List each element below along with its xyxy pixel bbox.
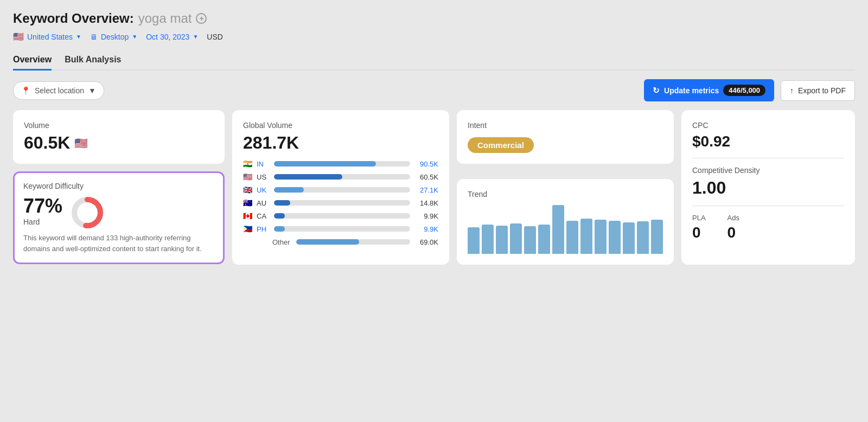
bar-fill-uk bbox=[274, 187, 304, 193]
country-filter[interactable]: 🇺🇸 United States ▼ bbox=[13, 31, 81, 42]
trend-bar-5 bbox=[524, 226, 536, 254]
density-value: 1.00 bbox=[692, 178, 844, 198]
other-label: Other bbox=[272, 238, 292, 246]
bar-track-au bbox=[274, 200, 410, 206]
trend-bar-10 bbox=[595, 220, 607, 254]
bar-row-us: 🇺🇸 US 60.5K bbox=[243, 172, 438, 181]
val-in: 90.5K bbox=[414, 160, 438, 168]
select-location-button[interactable]: 📍 Select location ▼ bbox=[13, 81, 104, 100]
trend-bar-12 bbox=[623, 222, 635, 254]
flag-uk: 🇬🇧 bbox=[243, 186, 252, 194]
bar-row-other: 🏳 Other 69.0K bbox=[243, 238, 438, 246]
donut-svg bbox=[70, 195, 105, 230]
volume-flag: 🇺🇸 bbox=[74, 137, 88, 150]
density-label: Competitive Density bbox=[692, 166, 844, 175]
global-volume-value: 281.7K bbox=[243, 133, 438, 153]
bar-track-in bbox=[274, 161, 410, 167]
kd-donut-chart bbox=[70, 195, 105, 230]
country-chevron-icon: ▼ bbox=[76, 34, 81, 40]
flag-ca: 🇨🇦 bbox=[243, 212, 252, 220]
bar-fill-other bbox=[296, 239, 359, 245]
global-volume-bars: 🇮🇳 IN 90.5K 🇺🇸 US 60.5K 🇬🇧 UK bbox=[243, 159, 438, 246]
page-title: Keyword Overview: yoga mat + bbox=[13, 11, 855, 26]
update-metrics-label: Update metrics bbox=[664, 86, 719, 95]
metrics-count-badge: 446/5,000 bbox=[723, 85, 765, 96]
filter-bar: 🇺🇸 United States ▼ 🖥 Desktop ▼ Oct 30, 2… bbox=[13, 31, 855, 42]
val-us: 60.5K bbox=[414, 173, 438, 181]
select-location-chevron-icon: ▼ bbox=[88, 86, 96, 95]
trend-bar-7 bbox=[552, 205, 564, 254]
pla-ads-row: PLA 0 Ads 0 bbox=[692, 214, 844, 241]
keyword-text: yoga mat bbox=[138, 11, 192, 26]
toolbar-right: ↻ Update metrics 446/5,000 ↑ Export to P… bbox=[644, 79, 855, 101]
pla-col: PLA 0 bbox=[692, 214, 706, 241]
device-filter[interactable]: 🖥 Desktop ▼ bbox=[90, 33, 137, 41]
global-volume-card: Global Volume 281.7K 🇮🇳 IN 90.5K 🇺🇸 US 6… bbox=[232, 110, 449, 265]
tab-bulk-analysis[interactable]: Bulk Analysis bbox=[65, 50, 121, 71]
ads-label: Ads bbox=[727, 214, 739, 222]
code-us: US bbox=[257, 173, 270, 181]
tabs-bar: Overview Bulk Analysis bbox=[13, 50, 855, 71]
volume-label: Volume bbox=[24, 121, 214, 130]
global-volume-label: Global Volume bbox=[243, 121, 438, 130]
trend-card: Trend bbox=[457, 179, 674, 265]
bar-row-uk: 🇬🇧 UK 27.1K bbox=[243, 186, 438, 194]
update-metrics-button[interactable]: ↻ Update metrics 446/5,000 bbox=[644, 79, 774, 101]
code-ph: PH bbox=[257, 225, 270, 233]
bar-track-ca bbox=[274, 213, 410, 219]
device-chevron-icon: ▼ bbox=[132, 34, 137, 40]
export-button[interactable]: ↑ Export to PDF bbox=[781, 80, 855, 101]
trend-bar-13 bbox=[637, 221, 649, 254]
code-uk: UK bbox=[257, 186, 270, 194]
pla-label: PLA bbox=[692, 214, 706, 222]
bar-track-us bbox=[274, 174, 410, 180]
date-filter[interactable]: Oct 30, 2023 ▼ bbox=[146, 33, 198, 41]
add-keyword-icon[interactable]: + bbox=[196, 13, 207, 24]
code-au: AU bbox=[257, 199, 270, 207]
currency-label: USD bbox=[207, 33, 223, 41]
tab-overview[interactable]: Overview bbox=[13, 50, 52, 71]
ads-col: Ads 0 bbox=[727, 214, 739, 241]
divider-1 bbox=[692, 158, 844, 158]
kd-row: 77% Hard bbox=[23, 195, 214, 231]
kd-percent: 77% Hard bbox=[23, 195, 62, 231]
volume-value: 60.5K bbox=[24, 133, 70, 153]
country-label: United States bbox=[27, 33, 73, 41]
bar-track-other bbox=[296, 239, 410, 245]
trend-label: Trend bbox=[468, 190, 663, 199]
refresh-icon: ↻ bbox=[653, 86, 660, 95]
bar-row-au: 🇦🇺 AU 14.8K bbox=[243, 199, 438, 207]
trend-bar-14 bbox=[651, 220, 663, 254]
flag-au: 🇦🇺 bbox=[243, 199, 252, 207]
trend-bar-9 bbox=[580, 219, 592, 254]
intent-card: Intent Commercial bbox=[457, 110, 674, 164]
trend-bar-2 bbox=[482, 225, 494, 254]
cpc-card: CPC $0.92 Competitive Density 1.00 PLA 0… bbox=[681, 110, 855, 265]
bar-row-ph: 🇵🇭 PH 9.9K bbox=[243, 225, 438, 233]
trend-bar-6 bbox=[538, 225, 550, 254]
kd-label: Keyword Difficulty bbox=[23, 182, 214, 190]
kd-description: This keyword will demand 133 high-author… bbox=[23, 233, 214, 254]
bar-track-ph bbox=[274, 226, 410, 232]
pla-value: 0 bbox=[692, 224, 706, 241]
bar-fill-ca bbox=[274, 213, 285, 219]
cpc-label: CPC bbox=[692, 121, 844, 130]
trend-bar-8 bbox=[566, 221, 578, 254]
intent-label: Intent bbox=[468, 121, 663, 130]
date-chevron-icon: ▼ bbox=[193, 34, 198, 40]
bar-fill-us bbox=[274, 174, 342, 180]
bar-fill-ph bbox=[274, 226, 285, 232]
flag-us: 🇺🇸 bbox=[243, 172, 252, 181]
val-au: 14.8K bbox=[414, 199, 438, 207]
val-ca: 9.9K bbox=[414, 212, 438, 220]
code-ca: CA bbox=[257, 212, 270, 220]
keyword-difficulty-card: Keyword Difficulty 77% Hard This keyword… bbox=[13, 171, 225, 264]
col-intent-trend: Intent Commercial Trend bbox=[457, 110, 674, 265]
bar-fill-au bbox=[274, 200, 290, 206]
device-label: Desktop bbox=[101, 33, 129, 41]
bar-track-uk bbox=[274, 187, 410, 193]
val-uk: 27.1K bbox=[414, 186, 438, 194]
volume-row: 60.5K 🇺🇸 bbox=[24, 133, 214, 153]
trend-bar-4 bbox=[510, 223, 522, 254]
bar-row-in: 🇮🇳 IN 90.5K bbox=[243, 159, 438, 168]
